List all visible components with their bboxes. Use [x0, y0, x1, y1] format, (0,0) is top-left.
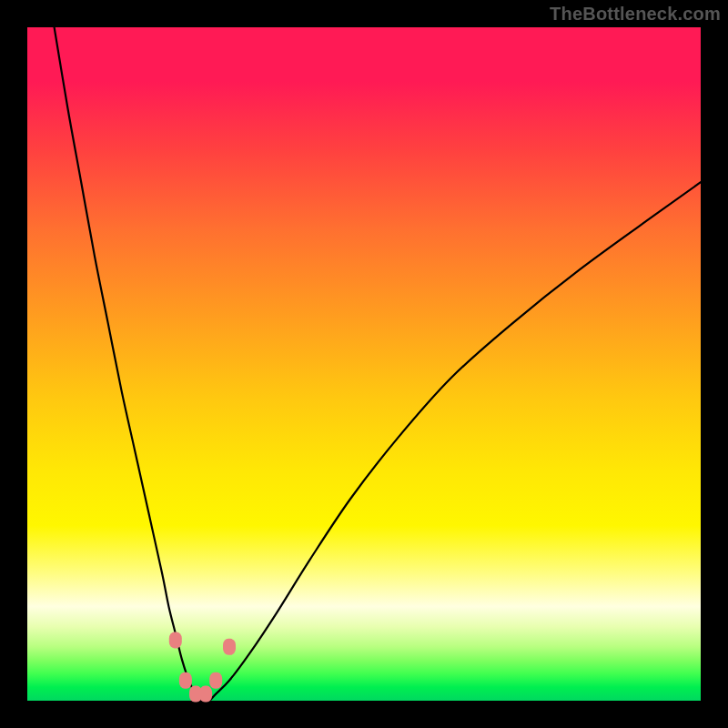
curve-marker: [209, 672, 222, 689]
curve-marker: [179, 672, 192, 689]
curve-marker: [169, 632, 182, 648]
attribution-watermark: TheBottleneck.com: [550, 4, 721, 25]
curve-markers: [169, 632, 236, 702]
curve-marker: [199, 686, 212, 703]
curve-marker: [223, 639, 236, 655]
bottleneck-curve-path: [55, 27, 701, 702]
bottleneck-curve-svg: [27, 27, 701, 701]
chart-frame: TheBottleneck.com: [0, 0, 728, 728]
